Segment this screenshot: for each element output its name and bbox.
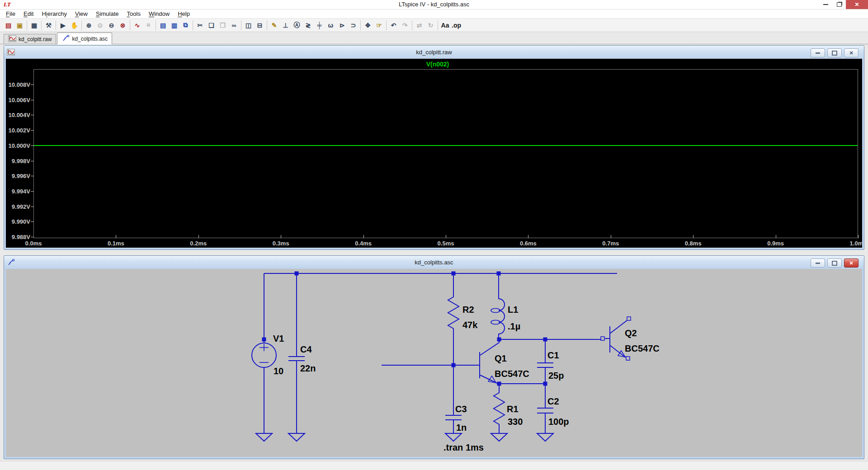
spice-directive-text[interactable]: .tran 1ms: [443, 442, 484, 452]
rotate-button[interactable]: ↻: [425, 19, 436, 31]
component-r1[interactable]: R1 330: [494, 384, 523, 433]
y-tick-mark: [31, 85, 34, 85]
x-tick-mark: [116, 235, 116, 238]
component-c1[interactable]: C1 25p: [537, 339, 564, 384]
waveform-close-button[interactable]: ✕: [844, 48, 859, 57]
component-q2[interactable]: Q2 BC547C: [601, 317, 660, 360]
waveform-restore-button[interactable]: [827, 48, 842, 57]
component-label: Q1: [495, 353, 507, 363]
component-r2[interactable]: R2 47k: [448, 273, 478, 365]
toolbar-separator: [41, 20, 42, 30]
place-inductor-button[interactable]: ω: [325, 19, 336, 31]
schematic-canvas[interactable]: V1 10 C4 22n R2 47k: [6, 269, 862, 457]
close-icon: ✕: [849, 50, 853, 56]
save-button[interactable]: ▦: [28, 19, 40, 31]
place-text-button[interactable]: Aa: [439, 19, 451, 31]
component-value: .1µ: [508, 321, 520, 331]
schematic-window-title-bar[interactable]: kd_colpitts.asc ✕: [4, 256, 864, 269]
component-c3[interactable]: C3 1n: [445, 365, 467, 433]
menu-file[interactable]: File: [2, 10, 19, 17]
mirror-button[interactable]: ⇄: [414, 19, 425, 31]
x-tick-label: 0.5ms: [433, 240, 458, 247]
place-ground-button[interactable]: ⊥: [280, 19, 291, 31]
schematic-minimize-button[interactable]: [811, 258, 825, 268]
move-button[interactable]: ✥: [362, 19, 373, 31]
component-c4[interactable]: C4 22n: [288, 273, 316, 433]
waveform-plot-area[interactable]: V(n002) 10.008V10.006V10.004V10.002V10.0…: [6, 59, 862, 248]
minimize-icon: [816, 263, 820, 264]
menu-help[interactable]: Help: [174, 10, 194, 17]
plot-settings-button[interactable]: ⌗: [143, 19, 154, 31]
component-l1[interactable]: L1 .1µ: [491, 273, 520, 339]
print-preview-button[interactable]: ◫: [243, 19, 254, 31]
restore-button[interactable]: [832, 0, 846, 9]
x-tick-mark: [858, 235, 859, 238]
copy-button[interactable]: ❏: [206, 19, 217, 31]
y-tick-label: 9.988V: [6, 234, 30, 240]
menu-hierarchy[interactable]: Hierarchy: [38, 10, 71, 17]
menu-view[interactable]: View: [71, 10, 92, 17]
redo-button[interactable]: ↷: [399, 19, 410, 31]
schematic-drawing[interactable]: V1 10 C4 22n R2 47k: [6, 269, 862, 457]
menu-simulate[interactable]: Simulate: [92, 10, 123, 17]
minimize-button[interactable]: [819, 0, 832, 9]
schematic-restore-button[interactable]: [827, 258, 842, 268]
component-q1[interactable]: Q1 BC547C: [480, 339, 529, 384]
place-component-button[interactable]: ⊃: [348, 19, 359, 31]
component-value: 22n: [300, 363, 316, 373]
undo-button[interactable]: ↶: [388, 19, 399, 31]
voltage-trace[interactable]: [34, 145, 858, 146]
spice-directive-button[interactable]: .op: [451, 19, 462, 31]
y-tick-label: 9.998V: [6, 158, 30, 164]
toolbar-separator: [27, 20, 27, 30]
place-diode-button[interactable]: ⊳: [336, 19, 348, 31]
y-tick-mark: [31, 176, 34, 176]
place-net-label-button[interactable]: Ⓐ: [291, 19, 302, 31]
paste-button[interactable]: ❒: [217, 19, 228, 31]
trace-legend[interactable]: V(n002): [406, 61, 469, 68]
main-title-bar[interactable]: LT LTspice IV - kd_colpitts.asc ✕: [0, 0, 868, 9]
menu-edit[interactable]: Edit: [19, 10, 38, 17]
toolbar-separator: [267, 20, 267, 30]
tab-kd_colpitts.asc[interactable]: kd_colpitts.asc: [57, 33, 112, 44]
close-icon: ✕: [849, 260, 853, 266]
draw-wire-button[interactable]: ✎: [269, 19, 280, 31]
tile-horizontally-button[interactable]: ▥: [169, 19, 180, 31]
control-panel-button[interactable]: ⚒: [43, 19, 54, 31]
x-tick-mark: [281, 235, 281, 238]
place-capacitor-button[interactable]: ╪: [314, 19, 325, 31]
place-resistor-button[interactable]: ≷: [302, 19, 314, 31]
zoom-in-button[interactable]: ⊕: [83, 19, 94, 31]
waveform-window-title-bar[interactable]: kd_colpitt.raw ✕: [4, 46, 864, 59]
menu-tools[interactable]: Tools: [123, 10, 145, 17]
tab-kd_colpitt.raw[interactable]: kd_colpitt.raw: [4, 34, 56, 44]
halt-button[interactable]: ✋: [69, 19, 80, 31]
drag-button[interactable]: ☞: [373, 19, 385, 31]
schematic-close-button[interactable]: ✕: [844, 258, 859, 268]
component-c2[interactable]: C2 100p: [537, 384, 569, 433]
wire[interactable]: [264, 273, 617, 384]
x-tick-label: 0.9ms: [763, 240, 788, 247]
tile-vertically-button[interactable]: ▤: [157, 19, 169, 31]
open-file-button[interactable]: ▣: [14, 19, 25, 31]
schematic-window-title: kd_colpitts.asc: [4, 259, 864, 266]
restore-icon: [837, 2, 842, 7]
autorange-y-axis-button[interactable]: ∿: [132, 19, 143, 31]
zoom-full-extents-button[interactable]: ⊗: [117, 19, 128, 31]
close-button[interactable]: ✕: [846, 0, 868, 9]
component-v1[interactable]: V1 10: [252, 273, 284, 433]
print-button[interactable]: ⊟: [254, 19, 265, 31]
cut-button[interactable]: ✂: [194, 19, 206, 31]
zoom-out-button[interactable]: ⊖: [106, 19, 117, 31]
component-value: 1n: [456, 423, 467, 432]
find-button[interactable]: ∞: [228, 19, 240, 31]
waveform-minimize-button[interactable]: [811, 48, 825, 57]
new-schematic-button[interactable]: ▤: [3, 19, 14, 31]
menu-window[interactable]: Window: [145, 10, 174, 17]
component-value: 47k: [462, 320, 478, 330]
y-tick-label: 10.006V: [6, 97, 30, 103]
zoom-back-button[interactable]: ⊙: [94, 19, 106, 31]
component-value: BC547C: [625, 343, 660, 353]
run-button[interactable]: ▶: [57, 19, 69, 31]
cascade-windows-button[interactable]: ⧉: [180, 19, 191, 31]
